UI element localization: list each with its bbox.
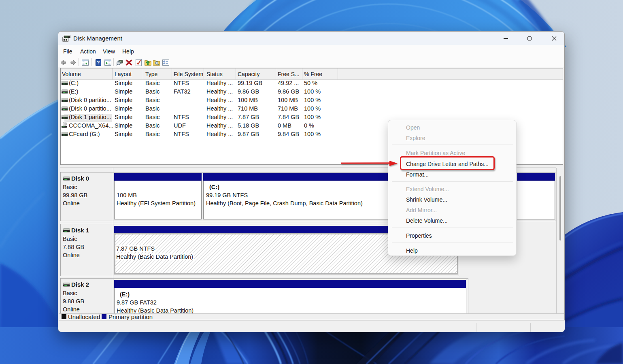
- svg-text:?: ?: [97, 60, 100, 66]
